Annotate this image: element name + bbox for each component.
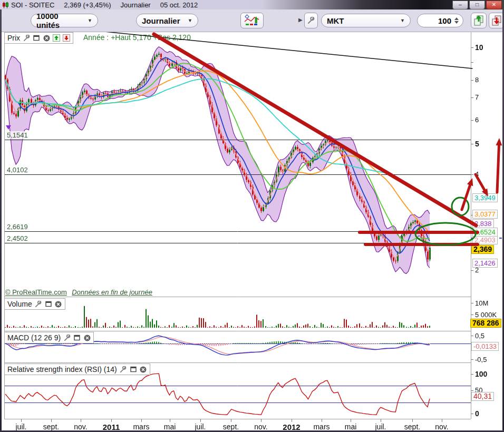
close-button[interactable]: ✕ — [486, 1, 502, 9]
y-axis-tick-label: 10 — [475, 43, 483, 52]
x-axis-month-label: mai — [345, 423, 357, 431]
x-axis-month-label: juil. — [375, 423, 386, 431]
quantity-stepper[interactable]: 100 — [417, 14, 463, 27]
x-axis-month-label: juil. — [15, 423, 26, 431]
application-window: SOI - SOITEC 2,369 (+3,45%) Journalier 0… — [0, 0, 504, 432]
chevron-down-icon: ▼ — [188, 18, 192, 23]
indicator-price-label: 3,0377 — [472, 210, 498, 219]
current-macd-badge: -0,0133 — [471, 342, 499, 351]
expander-icon[interactable]: ▶ — [298, 17, 303, 23]
close-icon[interactable] — [83, 334, 91, 341]
chart-style-button[interactable] — [240, 13, 264, 28]
y-axis-tick-label: 8 — [475, 76, 479, 84]
rsi-tick-label: 0 — [475, 409, 479, 418]
macd-tick-label: -0,5 — [475, 356, 487, 364]
price-panel-title: Prix — [7, 34, 20, 42]
indicator-price-label: 2,4903 — [472, 235, 498, 244]
order-type-value: MKT — [327, 16, 344, 25]
macd-tick-label: 0,5 — [475, 332, 484, 340]
quantity-value: 100 — [438, 16, 451, 25]
indicator-price-label: 2,6524 — [472, 228, 498, 237]
x-axis-month-label: sept. — [223, 423, 239, 431]
macd-panel-title: MACD (12 26 9) — [7, 333, 61, 342]
candlestick-app-icon — [2, 1, 9, 8]
up-arrow-icon[interactable] — [53, 34, 60, 42]
minimize-button[interactable]: – — [452, 1, 468, 9]
wrench-icon[interactable] — [35, 300, 42, 308]
year-high-low-label: Année : +Haut 5,170 +Bas 2,120 — [83, 33, 191, 42]
volume-panel-header: Volume — [4, 298, 65, 310]
window-icon[interactable] — [130, 366, 137, 373]
title-bar: SOI - SOITEC 2,369 (+3,45%) Journalier 0… — [0, 0, 504, 9]
title-symbol: SOI - SOITEC — [11, 1, 54, 9]
buy-pages-icon — [473, 14, 484, 27]
x-axis-month-label: sept. — [43, 423, 59, 431]
y-axis-tick-label: 4 — [475, 170, 479, 178]
window-left-border — [0, 9, 2, 432]
maximize-button[interactable]: □ — [469, 1, 485, 9]
prorealtime-link[interactable]: © ProRealTime.com — [5, 288, 67, 296]
volume-panel-title: Volume — [7, 300, 32, 308]
order-type-dropdown[interactable]: MKT ▼ — [321, 14, 411, 27]
stepper-arrows-icon[interactable] — [454, 17, 459, 24]
wrench-icon[interactable] — [120, 366, 127, 373]
window-icon[interactable] — [33, 34, 40, 42]
title-timeframe: Journalier — [121, 1, 151, 9]
chevron-down-icon: ▼ — [400, 18, 405, 23]
volume-tick-label: 10M — [475, 299, 488, 307]
price-level-label: 4,0102 — [6, 166, 29, 174]
rsi-tick-label: 100 — [475, 370, 487, 378]
title-price: 2,369 (+3,45%) — [64, 1, 111, 9]
indicator-price-label: 2,838 — [472, 219, 494, 228]
x-axis-month-label: mars — [133, 423, 149, 431]
rsi-panel-header: Relative strength index (RSI) (14) — [4, 364, 150, 375]
chevron-down-icon: ▼ — [88, 18, 92, 23]
x-axis-month-label: juil. — [195, 423, 206, 431]
macd-panel-header: MACD (12 26 9) — [4, 332, 94, 343]
price-level-label: 5,1541 — [6, 131, 29, 139]
close-icon[interactable] — [55, 300, 62, 308]
last-price-badge: 2,369 — [471, 245, 494, 254]
x-axis-month-label: mars — [313, 423, 329, 431]
close-icon[interactable] — [140, 366, 147, 373]
purple-marker-icon — [6, 125, 11, 130]
copyright: © ProRealTime.com Données en fin de jour… — [5, 288, 152, 296]
sell-pages-icon — [491, 14, 502, 27]
y-axis-tick-label: 6 — [475, 116, 479, 124]
timeframe-dropdown[interactable]: Journalier ▼ — [136, 14, 198, 27]
x-axis-month-label: nov. — [254, 423, 267, 431]
volume-tick-label: 5 000K — [475, 311, 497, 319]
x-axis-month-label: sept. — [404, 423, 420, 431]
data-note: Données en fin de journée — [72, 288, 152, 296]
title-date: 05 oct. 2012 — [160, 1, 198, 9]
price-level-label: 2,4502 — [6, 234, 29, 242]
settings-wrench-button[interactable] — [304, 13, 318, 28]
down-arrow-icon[interactable] — [63, 34, 70, 42]
rsi-panel-title: Relative strength index (RSI) (14) — [7, 365, 117, 374]
units-dropdown[interactable]: 10000 unités ▼ — [31, 14, 98, 27]
x-axis-month-label: mai — [164, 423, 176, 431]
indicator-price-label: 2,1426 — [472, 259, 498, 268]
window-icon[interactable] — [73, 334, 81, 341]
sell-order-button[interactable] — [489, 13, 504, 28]
current-rsi-badge: 40,31 — [471, 392, 494, 401]
current-volume-badge: 768 286 — [470, 319, 501, 328]
toolbar: 10000 unités ▼ Journalier ▼ ▶ — [2, 9, 502, 32]
units-value: 10000 unités — [36, 12, 83, 30]
y-axis-tick-label: 7 — [475, 93, 479, 101]
chart-style-icon — [244, 14, 260, 27]
y-axis-tick-label: 5 — [475, 140, 479, 148]
window-icon[interactable] — [45, 300, 52, 308]
timeframe-value: Journalier — [142, 16, 180, 25]
wrench-icon — [307, 17, 315, 24]
x-axis-month-label: nov. — [74, 423, 87, 431]
price-level-label: 2,6619 — [6, 223, 29, 231]
x-axis-month-label: nov. — [435, 423, 448, 431]
buy-order-button[interactable] — [471, 13, 487, 28]
price-panel-header: Prix — [4, 32, 73, 44]
wrench-icon[interactable] — [23, 34, 30, 42]
wrench-icon[interactable] — [63, 334, 71, 341]
close-icon[interactable] — [43, 34, 50, 42]
indicator-price-label: 3,3949 — [472, 193, 498, 202]
